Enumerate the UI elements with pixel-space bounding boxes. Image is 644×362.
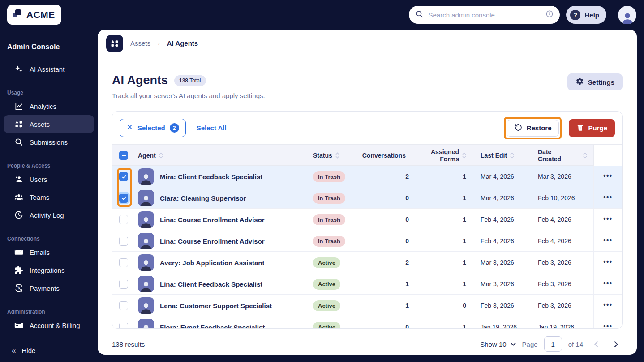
billing-card-icon [14,321,23,330]
agent-name[interactable]: Avery: Job Application Assistant [160,259,264,267]
column-header-conversations[interactable]: Conversations [363,145,416,166]
chevron-left-icon [594,341,598,348]
page-size-label: Show 10 [480,340,506,348]
agent-name[interactable]: Lina: Course Enrollment Advisor [160,216,265,224]
admin-console-page: ACME ? Help Admin Console [0,0,644,362]
sidebar-item-submissions[interactable]: Submissions [4,133,94,151]
page-number-input[interactable] [544,336,562,352]
row-checkbox[interactable] [119,323,128,328]
total-badge: 138 Total [174,75,206,86]
row-checkbox[interactable] [119,215,128,224]
sidebar-item-analytics[interactable]: Analytics [4,97,94,115]
page-size-select[interactable]: Show 10 [480,340,515,348]
agent-name[interactable]: Mira: Client Feedback Specialist [160,173,262,181]
hide-label: Hide [21,347,35,354]
sidebar-item-teams[interactable]: Teams [4,188,94,206]
sort-icon[interactable] [462,152,466,159]
sidebar-item-payments[interactable]: $ Payments [4,279,94,297]
column-label: Assigned Forms [429,148,459,163]
sidebar-item-assets[interactable]: Assets [4,115,94,133]
restore-button[interactable]: Restore [507,120,559,137]
acme-logo-icon [12,8,23,22]
row-actions-menu[interactable]: ••• [603,323,612,329]
row-checkbox[interactable] [119,280,128,289]
sort-icon[interactable] [510,152,514,159]
search-input[interactable] [428,11,541,19]
purge-button[interactable]: Purge [569,119,615,137]
status-badge: Active [313,300,340,311]
select-all-checkbox[interactable] [119,151,128,160]
last-edit-value: Feb 3, 2026 [473,302,531,309]
sidebar-item-label: AI Assistant [30,65,64,73]
last-edit-value: Feb 4, 2026 [473,237,531,245]
table-row[interactable]: Flora: Event Feedback Specialist Active … [112,316,622,328]
previous-page-button[interactable] [589,337,603,351]
sort-icon[interactable] [335,152,339,159]
row-checkbox[interactable] [119,194,128,203]
column-header-assigned-forms[interactable]: Assigned Forms [416,145,473,166]
table-row[interactable]: Mira: Client Feedback Specialist In Tras… [112,166,622,187]
table-row[interactable]: Lina: Client Feedback Specialist Active … [112,273,622,295]
row-actions-menu[interactable]: ••• [603,215,612,224]
table-row[interactable]: Clara: Cleaning Supervisor In Trash 0 1 … [112,187,622,209]
row-checkbox[interactable] [119,237,128,246]
sort-icon[interactable] [159,152,163,159]
sidebar-item-integrations[interactable]: Integrations [4,261,94,279]
gear-icon [575,77,584,87]
row-actions-menu[interactable]: ••• [603,280,612,289]
table-row[interactable]: Lina: Course Enrollment Advisor In Trash… [112,230,622,252]
agent-avatar [138,276,154,292]
chevron-right-icon [614,341,618,348]
sort-icon[interactable] [583,152,587,159]
next-page-button[interactable] [609,337,623,351]
column-header-agent[interactable]: Agent [135,145,313,166]
column-label: Agent [138,152,156,159]
admin-search-bar[interactable] [409,6,560,24]
agent-name[interactable]: Lina: Course Enrollment Advisor [160,237,265,245]
agent-name[interactable]: Clara: Cleaning Supervisor [160,194,246,202]
sidebar-section-administration: Administration [7,309,90,315]
row-actions-menu[interactable]: ••• [603,194,612,203]
table-row[interactable]: Lina: Course Enrollment Advisor In Trash… [112,209,622,230]
column-header-date-created[interactable]: Date Created [531,145,593,166]
agent-name[interactable]: Lina: Client Feedback Specialist [160,280,262,288]
agent-avatar [138,254,154,271]
row-checkbox[interactable] [119,301,128,310]
row-actions-menu[interactable]: ••• [603,172,612,181]
restore-icon [514,123,523,133]
table-row[interactable]: Lena: Customer Support Specialist Active… [112,295,622,316]
info-icon[interactable] [545,10,554,20]
breadcrumb-assets[interactable]: Assets [130,39,150,47]
sidebar-item-activity-log[interactable]: Activity Log [4,206,94,224]
row-actions-menu[interactable]: ••• [603,301,612,310]
agent-name[interactable]: Lena: Customer Support Specialist [160,302,272,310]
column-header-last-edit[interactable]: Last Edit [473,145,531,166]
help-button[interactable]: ? Help [566,6,606,24]
date-created-value: Feb 4, 2026 [531,237,593,245]
sidebar-item-label: Integrations [30,267,64,274]
column-header-status[interactable]: Status [313,145,363,166]
sidebar-item-account-billing[interactable]: Account & Billing [4,316,94,334]
column-label: Status [313,152,332,159]
row-checkbox[interactable] [119,172,128,181]
row-actions-menu[interactable]: ••• [603,258,612,267]
sidebar-item-label: Emails [30,249,50,256]
restore-highlight-annotation: Restore [504,117,562,139]
page-label: Page [522,340,538,348]
acme-logo[interactable]: ACME [7,5,61,25]
sidebar-item-users[interactable]: Users [4,170,94,188]
page-title: AI Agents [112,73,168,87]
user-avatar[interactable] [618,6,636,24]
select-all-link[interactable]: Select All [197,124,227,132]
clear-selection-chip[interactable]: Selected 2 [120,119,186,137]
settings-button[interactable]: Settings [567,73,623,90]
sidebar-item-emails[interactable]: Emails [4,243,94,261]
sidebar-item-ai-assistant[interactable]: AI Assistant [4,60,94,78]
sidebar-hide-button[interactable]: « Hide [0,339,98,362]
agent-name[interactable]: Flora: Event Feedback Specialist [160,323,265,329]
table-row[interactable]: Avery: Job Application Assistant Active … [112,252,622,273]
date-created-value: Feb 3, 2026 [531,259,593,266]
row-actions-menu[interactable]: ••• [603,237,612,246]
row-checkbox[interactable] [119,258,128,267]
page-total-label: of 14 [568,340,583,348]
